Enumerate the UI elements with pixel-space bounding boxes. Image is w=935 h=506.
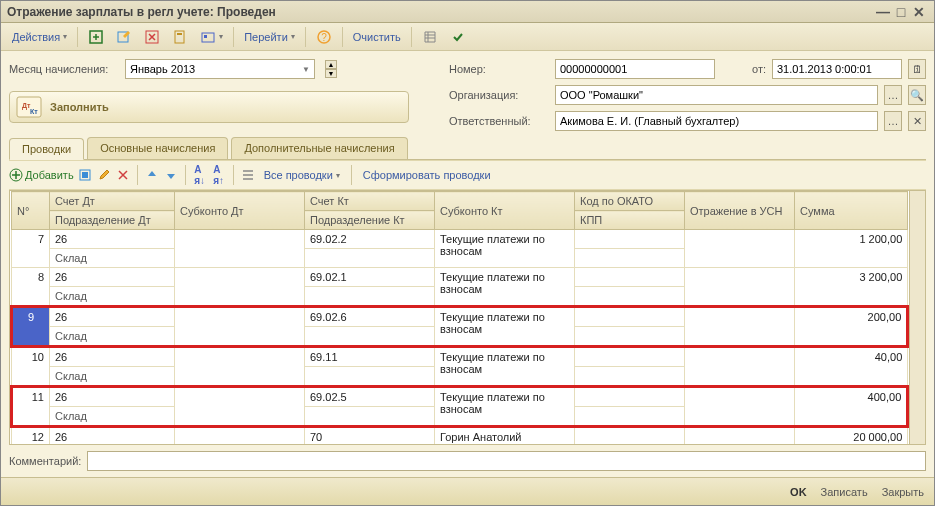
ok-button[interactable]: OK — [790, 486, 807, 498]
col-podr-kt[interactable]: Подразделение Кт — [305, 211, 435, 230]
resp-clear-icon[interactable]: ✕ — [908, 111, 926, 131]
cell[interactable] — [175, 347, 305, 387]
clear-button[interactable]: Очистить — [348, 28, 406, 46]
cell[interactable]: 69.02.5 — [305, 387, 435, 407]
move-down-icon[interactable] — [163, 167, 179, 183]
tab-dopolnitelnye[interactable]: Дополнительные начисления — [231, 137, 407, 159]
col-sum[interactable]: Сумма — [795, 192, 908, 230]
cell[interactable]: 26 — [50, 427, 175, 446]
col-schet-dt[interactable]: Счет Дт — [50, 192, 175, 211]
cell[interactable]: Склад — [50, 367, 175, 387]
cell[interactable] — [685, 268, 795, 307]
toolbar-icon-5[interactable]: ▾ — [195, 26, 228, 48]
sub-icon-3[interactable] — [115, 167, 131, 183]
provodki-table[interactable]: N° Счет Дт Субконто Дт Счет Кт Субконто … — [10, 191, 909, 445]
row-number[interactable]: 9 — [12, 307, 50, 347]
cell[interactable]: 1 200,00 — [795, 230, 908, 268]
calendar-button[interactable]: 🗓 — [908, 59, 926, 79]
col-okato[interactable]: Код по ОКАТО — [575, 192, 685, 211]
cell[interactable] — [575, 287, 685, 307]
resp-input[interactable]: Акимова Е. И. (Главный бухгалтер) — [555, 111, 878, 131]
row-number[interactable]: 12 — [12, 427, 50, 446]
form-provodki-button[interactable]: Сформировать проводки — [358, 166, 496, 184]
toolbar-icon-3[interactable] — [139, 26, 165, 48]
comment-input[interactable] — [87, 451, 926, 471]
tab-provodki[interactable]: Проводки — [9, 138, 84, 160]
cell[interactable]: 26 — [50, 268, 175, 287]
save-button[interactable]: Записать — [821, 486, 868, 498]
toolbar-icon-1[interactable] — [83, 26, 109, 48]
minimize-button[interactable]: — — [874, 4, 892, 20]
close-button[interactable]: ✕ — [910, 4, 928, 20]
col-num[interactable]: N° — [12, 192, 50, 230]
cell[interactable]: 400,00 — [795, 387, 908, 427]
cell[interactable] — [175, 427, 305, 446]
cell[interactable]: 26 — [50, 347, 175, 367]
cell[interactable]: Склад — [50, 249, 175, 268]
cell[interactable] — [305, 287, 435, 307]
cell[interactable]: 69.11 — [305, 347, 435, 367]
close-button-footer[interactable]: Закрыть — [882, 486, 924, 498]
cell[interactable]: 69.02.2 — [305, 230, 435, 249]
col-schet-kt[interactable]: Счет Кт — [305, 192, 435, 211]
vertical-scrollbar[interactable] — [909, 191, 925, 444]
cell[interactable] — [175, 230, 305, 268]
row-number[interactable]: 10 — [12, 347, 50, 387]
table-row[interactable]: 112669.02.5Текущие платежи по взносам400… — [12, 387, 908, 407]
col-usn[interactable]: Отражение в УСН — [685, 192, 795, 230]
maximize-button[interactable]: □ — [892, 4, 910, 20]
cell[interactable]: Склад — [50, 407, 175, 427]
cell[interactable] — [575, 427, 685, 446]
cell[interactable]: Текущие платежи по взносам — [435, 268, 575, 307]
col-subconto-kt[interactable]: Субконто Кт — [435, 192, 575, 230]
cell[interactable]: Текущие платежи по взносам — [435, 347, 575, 387]
sort-az-icon[interactable]: Aя↓ — [192, 167, 208, 183]
cell[interactable] — [575, 367, 685, 387]
cell[interactable]: 70 — [305, 427, 435, 446]
cell[interactable] — [175, 307, 305, 347]
toolbar-icon-4[interactable] — [167, 26, 193, 48]
cell[interactable]: Склад — [50, 327, 175, 347]
toolbar-icon-6[interactable] — [417, 26, 443, 48]
table-row[interactable]: 122670Горин Анатолий Петрович20 000,00 — [12, 427, 908, 446]
month-select[interactable]: Январь 2013 ▼ — [125, 59, 315, 79]
help-icon[interactable]: ? — [311, 26, 337, 48]
tab-osnovnye[interactable]: Основные начисления — [87, 137, 228, 159]
toolbar-icon-7[interactable] — [445, 26, 471, 48]
cell[interactable] — [575, 268, 685, 287]
go-menu[interactable]: Перейти ▾ — [239, 28, 300, 46]
row-number[interactable]: 7 — [12, 230, 50, 268]
cell[interactable] — [575, 230, 685, 249]
table-row[interactable]: 92669.02.6Текущие платежи по взносам200,… — [12, 307, 908, 327]
row-number[interactable]: 8 — [12, 268, 50, 307]
cell[interactable] — [575, 327, 685, 347]
cell[interactable]: 26 — [50, 387, 175, 407]
cell[interactable]: 200,00 — [795, 307, 908, 347]
sort-za-icon[interactable]: Aя↑ — [211, 167, 227, 183]
cell[interactable]: Текущие платежи по взносам — [435, 387, 575, 427]
table-row[interactable]: 82669.02.1Текущие платежи по взносам3 20… — [12, 268, 908, 287]
fill-button[interactable]: ДтКт Заполнить — [9, 91, 409, 123]
cell[interactable] — [685, 387, 795, 427]
org-search-icon[interactable]: 🔍 — [908, 85, 926, 105]
cell[interactable]: 26 — [50, 307, 175, 327]
cell[interactable] — [685, 347, 795, 387]
sub-icon-1[interactable] — [77, 167, 93, 183]
number-input[interactable]: 00000000001 — [555, 59, 715, 79]
cell[interactable] — [575, 249, 685, 268]
spin-down[interactable]: ▼ — [325, 69, 337, 78]
cell[interactable] — [575, 407, 685, 427]
cell[interactable] — [575, 307, 685, 327]
cell[interactable] — [685, 427, 795, 446]
cell[interactable] — [175, 387, 305, 427]
sub-icon-2[interactable] — [96, 167, 112, 183]
resp-ellipsis[interactable]: … — [884, 111, 902, 131]
cell[interactable]: Текущие платежи по взносам — [435, 307, 575, 347]
cell[interactable] — [575, 347, 685, 367]
spin-up[interactable]: ▲ — [325, 60, 337, 69]
cell[interactable]: 26 — [50, 230, 175, 249]
move-up-icon[interactable] — [144, 167, 160, 183]
col-podr-dt[interactable]: Подразделение Дт — [50, 211, 175, 230]
add-button[interactable]: Добавить — [9, 168, 74, 182]
table-row[interactable]: 72669.02.2Текущие платежи по взносам1 20… — [12, 230, 908, 249]
